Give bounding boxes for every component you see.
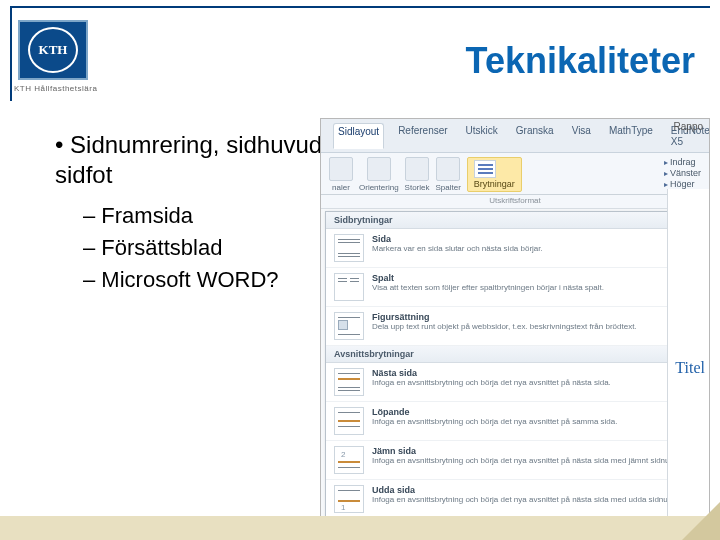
menu-item-nasta[interactable]: Nästa sidaInfoga en avsnittsbrytning och…: [326, 363, 704, 402]
tab-granska[interactable]: Granska: [512, 123, 558, 149]
mi-desc: Dela upp text runt objekt på webbsidor, …: [372, 322, 696, 332]
textwrap-break-icon: [334, 312, 364, 340]
mi-desc: Markera var en sida slutar och nästa sid…: [372, 244, 696, 254]
tab-utskick[interactable]: Utskick: [462, 123, 502, 149]
kth-logo-text: KTH: [28, 27, 78, 73]
size-icon: [405, 157, 429, 181]
mi-title: Spalt: [372, 273, 696, 283]
tab-mathtype[interactable]: MathType: [605, 123, 657, 149]
menu-heading-sectionbreaks: Avsnittsbrytningar: [326, 346, 704, 363]
ribbon-label-1: naler: [332, 183, 350, 192]
columns-icon: [436, 157, 460, 181]
sub-3: Microsoft WORD?: [83, 264, 345, 296]
kth-logo: KTH: [18, 20, 88, 80]
tab-referenser[interactable]: Referenser: [394, 123, 451, 149]
menu-item-sida[interactable]: SidaMarkera var en sida slutar och nästa…: [326, 229, 704, 268]
border-left: [10, 6, 12, 101]
mi-title: Figursättning: [372, 312, 696, 322]
mi-desc: Infoga en avsnittsbrytning och börja det…: [372, 456, 696, 466]
slide-title: Teknikaliteter: [466, 40, 695, 82]
ribbon-btn-cols[interactable]: Spalter: [435, 157, 460, 192]
menu-item-udda[interactable]: 1 Udda sidaInfoga en avsnittsbrytning oc…: [326, 480, 704, 519]
doc-title-placeholder: Titel: [675, 359, 705, 377]
indent-left[interactable]: Vänster: [664, 168, 701, 178]
document-peek: Titel: [667, 189, 709, 523]
breaks-menu: Sidbrytningar SidaMarkera var en sida sl…: [325, 211, 705, 520]
slide-container: KTH KTH Hållfasthetslära Teknikaliteter …: [0, 0, 720, 540]
evenpage-break-icon: 2: [334, 446, 364, 474]
ribbon-label-3: Storlek: [405, 183, 430, 192]
oddpage-break-icon: 1: [334, 485, 364, 513]
ribbon: naler Orientering Storlek Spalter Brytni…: [321, 153, 709, 195]
breaks-icon: [474, 160, 496, 178]
column-break-icon: [334, 273, 364, 301]
mi-title: Nästa sida: [372, 368, 696, 378]
breaks-dropdown-button[interactable]: Brytningar: [467, 157, 522, 192]
slide-content: Sidnumrering, sidhuvud, sidfot Framsida …: [55, 130, 345, 296]
ribbon-btn-orient[interactable]: Orientering: [359, 157, 399, 192]
mi-desc: Infoga en avsnittsbrytning och börja det…: [372, 378, 696, 388]
sub-1: Framsida: [83, 200, 345, 232]
indent-caption: Indrag: [664, 157, 701, 167]
ribbon-label-2: Orientering: [359, 183, 399, 192]
ribbon-btn-marg[interactable]: naler: [329, 157, 353, 192]
page-icon: [329, 157, 353, 181]
ribbon-indent-group: Indrag Vänster Höger: [664, 157, 701, 189]
menu-item-figur[interactable]: FigursättningDela upp text runt objekt p…: [326, 307, 704, 346]
nextpage-break-icon: [334, 368, 364, 396]
breaks-label: Brytningar: [474, 179, 515, 189]
word-screenshot: Rappo Sidlayout Referenser Utskick Grans…: [320, 118, 710, 523]
ribbon-label-4: Spalter: [435, 183, 460, 192]
border-top: [10, 6, 710, 8]
ribbon-tabs: Sidlayout Referenser Utskick Granska Vis…: [321, 119, 709, 153]
orientation-icon: [367, 157, 391, 181]
ribbon-btn-size[interactable]: Storlek: [405, 157, 430, 192]
menu-item-jamn[interactable]: 2 Jämn sidaInfoga en avsnittsbrytning oc…: [326, 441, 704, 480]
menu-item-lopande[interactable]: LöpandeInfoga en avsnittsbrytning och bö…: [326, 402, 704, 441]
mi-desc: Visa att texten som följer efter spaltbr…: [372, 283, 696, 293]
tab-sidlayout[interactable]: Sidlayout: [333, 123, 384, 149]
mi-desc: Infoga en avsnittsbrytning och börja det…: [372, 495, 696, 505]
sub-bullets: Framsida Försättsblad Microsoft WORD?: [83, 200, 345, 296]
mi-desc: Infoga en avsnittsbrytning och börja det…: [372, 417, 696, 427]
mi-title: Sida: [372, 234, 696, 244]
ribbon-group-caption: Utskriftsformat: [321, 195, 709, 209]
page-break-icon: [334, 234, 364, 262]
window-title-hint: Rappo: [668, 119, 709, 134]
page-curl-icon: [682, 502, 720, 540]
bullet-main: Sidnumrering, sidhuvud, sidfot: [55, 130, 345, 190]
slide-footer-band: [0, 516, 720, 540]
menu-heading-pagebreaks: Sidbrytningar: [326, 212, 704, 229]
mi-title: Udda sida: [372, 485, 696, 495]
tab-visa[interactable]: Visa: [568, 123, 595, 149]
mi-title: Löpande: [372, 407, 696, 417]
indent-right[interactable]: Höger: [664, 179, 701, 189]
continuous-break-icon: [334, 407, 364, 435]
logo-caption: KTH Hållfasthetslära: [14, 84, 97, 93]
sub-2: Försättsblad: [83, 232, 345, 264]
menu-item-spalt[interactable]: SpaltVisa att texten som följer efter sp…: [326, 268, 704, 307]
mi-title: Jämn sida: [372, 446, 696, 456]
